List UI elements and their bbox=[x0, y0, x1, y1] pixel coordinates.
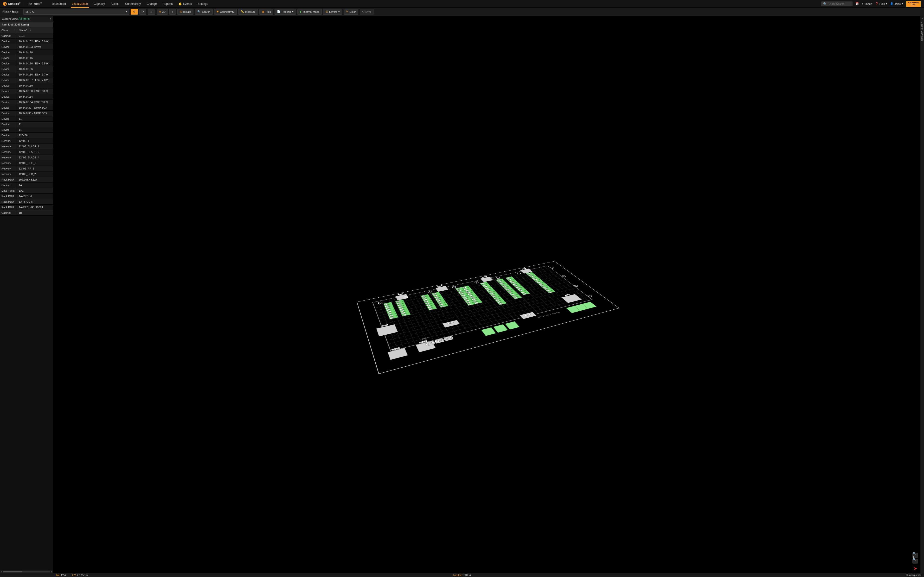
north-arrow-icon[interactable]: ➤ bbox=[914, 566, 917, 571]
table-row[interactable]: Device10.34.0.102 ( ESXI 6.0.0 ) bbox=[0, 39, 53, 44]
home-button[interactable]: ⌂ bbox=[170, 9, 176, 15]
table-row[interactable]: Device123456 bbox=[0, 133, 53, 138]
print-button[interactable]: 🖨 bbox=[148, 9, 155, 15]
expand-right-icon[interactable]: » bbox=[922, 17, 923, 20]
table-row[interactable]: Network12406_BLADE_4 bbox=[0, 155, 53, 160]
nav-reports[interactable]: Reports bbox=[160, 0, 175, 8]
table-row[interactable]: Device10.34.0.103 (KVM) bbox=[0, 44, 53, 50]
table-row[interactable]: Device11 bbox=[0, 127, 53, 133]
column-headers: Class˅ Name˅ ⋮ bbox=[0, 27, 53, 33]
table-row[interactable]: Device10.34.0.136 bbox=[0, 66, 53, 72]
refresh-button[interactable]: ⟳ bbox=[139, 9, 146, 15]
table-row[interactable]: Device10.34.0.116 ( ESXI 6.5.0 ) bbox=[0, 61, 53, 66]
measure-button[interactable]: 📏Measure bbox=[238, 9, 258, 15]
table-row[interactable]: Network12406_BLADE_2 bbox=[0, 149, 53, 155]
nav-settings[interactable]: Settings bbox=[195, 0, 211, 8]
cell-name: 10.34.0.164 bbox=[17, 94, 53, 99]
table-row[interactable]: Network12406_BLADE_1 bbox=[0, 144, 53, 149]
table-row[interactable]: Cabinet1B bbox=[0, 210, 53, 216]
table-row[interactable]: Cabinet0101 bbox=[0, 33, 53, 39]
item-rows[interactable]: Cabinet0101Device10.34.0.102 ( ESXI 6.0.… bbox=[0, 33, 53, 570]
cell-name: 1A bbox=[17, 182, 53, 188]
cell-name: 1A-RPDU-R^^49594 bbox=[17, 205, 53, 210]
custom-logo-button[interactable]: YOUR OWNLOGO bbox=[906, 1, 921, 7]
reports-menu[interactable]: 📄Reports ▾ bbox=[275, 9, 296, 15]
status-xy: X,Y: 27, 15.1 m bbox=[72, 574, 88, 577]
nav-visualization[interactable]: Visualization bbox=[69, 0, 91, 8]
floor-map-3d[interactable]: AC-6AC-5AC-4AC-31A1B1C1D1E1F1G1H2A2B2C2D… bbox=[53, 16, 920, 573]
tiles-button[interactable]: ▦Tiles bbox=[259, 9, 273, 15]
zoom-in-button[interactable]: 🔍+ bbox=[913, 553, 918, 558]
table-row[interactable]: Device10.34.0.33 - JUMP BOX bbox=[0, 111, 53, 116]
horizontal-scrollbar[interactable]: ◂ ▸ bbox=[0, 570, 53, 573]
quick-search[interactable]: 🔍 bbox=[821, 2, 853, 6]
cell-class: Device bbox=[0, 94, 17, 99]
table-row[interactable]: Device10.34.0.160 (ESXI 7.0.3) bbox=[0, 89, 53, 94]
table-row[interactable]: Rack PDU1A-RPDU-R^^49594 bbox=[0, 205, 53, 210]
scroll-right-icon[interactable]: ▸ bbox=[51, 571, 52, 573]
nav-capacity[interactable]: Capacity bbox=[91, 0, 108, 8]
sync-button[interactable]: ⟲Sync bbox=[360, 9, 374, 15]
right-rail-label: Cabinet Elevation bbox=[921, 22, 924, 40]
column-name[interactable]: Name˅ bbox=[17, 27, 29, 33]
thermal-button[interactable]: ▮Thermal Maps bbox=[297, 9, 322, 15]
table-row[interactable]: Device10.34.0.164 bbox=[0, 94, 53, 100]
table-row[interactable]: Device10.34.0.116 bbox=[0, 55, 53, 61]
table-row[interactable]: Device10.34.0.136 ( ESXI 6.7.0 ) bbox=[0, 72, 53, 77]
search-button[interactable]: 🔍Search bbox=[195, 9, 213, 15]
cell-class: Device bbox=[0, 77, 17, 83]
user-menu[interactable]: 👤sales ▾ bbox=[890, 2, 903, 5]
collapse-sidebar-icon[interactable]: « bbox=[50, 17, 51, 21]
cell-name: 1A-RPDU-R bbox=[17, 199, 53, 205]
table-row[interactable]: Device10.34.0.164 (ESXI 7.0.3) bbox=[0, 100, 53, 105]
table-row[interactable]: Device10.34.0.32 - JUMP BOX bbox=[0, 105, 53, 111]
table-row[interactable]: Device10.34.0.160 bbox=[0, 83, 53, 89]
scroll-thumb[interactable] bbox=[3, 571, 50, 572]
current-view-link[interactable]: All Items bbox=[19, 17, 30, 21]
help-menu[interactable]: ❓Help ▾ bbox=[875, 2, 887, 5]
canvas-area[interactable]: AC-6AC-5AC-4AC-31A1B1C1D1E1F1G1H2A2B2C2D… bbox=[53, 16, 920, 573]
table-row[interactable]: Network12406_RP_1 bbox=[0, 166, 53, 171]
table-row[interactable]: Rack PDU1A-RPDU-R bbox=[0, 199, 53, 205]
column-menu-icon[interactable]: ⋮ bbox=[29, 27, 32, 33]
nav-assets[interactable]: Assets bbox=[108, 0, 122, 8]
cell-class: Cabinet bbox=[0, 33, 17, 39]
toolbar: Floor Map SITE A▾ ⚙ ⟳ 🖨 ◈3D ⌂ ◎Isolate 🔍… bbox=[0, 8, 924, 16]
cell-class: Device bbox=[0, 44, 17, 50]
layers-menu[interactable]: ☰Layers ▾ bbox=[323, 9, 342, 15]
settings-button[interactable]: ⚙ bbox=[131, 9, 138, 15]
cell-class: Rack PDU bbox=[0, 193, 17, 199]
brand-sunbird: Sunbird® bbox=[8, 2, 21, 5]
table-row[interactable]: Data Panel1A1 bbox=[0, 188, 53, 193]
cell-name: 10.34.0.116 ( ESXI 6.5.0 ) bbox=[17, 61, 53, 66]
nav-events[interactable]: 🔔Events bbox=[175, 0, 195, 8]
table-row[interactable]: Network12406_CSC_2 bbox=[0, 160, 53, 166]
isolate-button[interactable]: ◎Isolate bbox=[177, 9, 194, 15]
nav-dashboard[interactable]: Dashboard bbox=[49, 0, 69, 8]
zoom-out-button[interactable]: 🔍− bbox=[913, 559, 918, 564]
nav-connectivity[interactable]: Connectivity bbox=[122, 0, 144, 8]
color-button[interactable]: ✎Color bbox=[344, 9, 358, 15]
cell-class: Network bbox=[0, 171, 17, 177]
nav-change[interactable]: Change bbox=[144, 0, 160, 8]
import-button[interactable]: ⬇Import bbox=[862, 2, 872, 5]
table-row[interactable]: Cabinet1A bbox=[0, 182, 53, 188]
connectivity-button[interactable]: ✺Connectivity bbox=[214, 9, 237, 15]
site-selector[interactable]: SITE A▾ bbox=[23, 9, 129, 15]
cell-name: 0101 bbox=[17, 33, 53, 39]
3d-toggle[interactable]: ◈3D bbox=[157, 9, 168, 15]
table-row[interactable]: Network12406_SFC_2 bbox=[0, 171, 53, 177]
table-row[interactable]: Device11 bbox=[0, 116, 53, 122]
table-row[interactable]: Network12406_1 bbox=[0, 138, 53, 144]
calendar-icon[interactable]: 📅 bbox=[855, 2, 859, 5]
table-row[interactable]: Rack PDU192.168.43.127 bbox=[0, 177, 53, 182]
user-icon: 👤 bbox=[890, 2, 893, 5]
scroll-left-icon[interactable]: ◂ bbox=[1, 571, 2, 573]
quick-search-input[interactable] bbox=[828, 2, 851, 5]
table-row[interactable]: Rack PDU1A-RPDU-L bbox=[0, 193, 53, 199]
table-row[interactable]: Device10.34.0.157 ( ESXI 7.0.2 ) bbox=[0, 77, 53, 83]
cell-name: 10.34.0.116 bbox=[17, 55, 53, 61]
column-class[interactable]: Class˅ bbox=[0, 27, 17, 33]
table-row[interactable]: Device10.34.0.110 bbox=[0, 50, 53, 55]
table-row[interactable]: Device11 bbox=[0, 122, 53, 127]
